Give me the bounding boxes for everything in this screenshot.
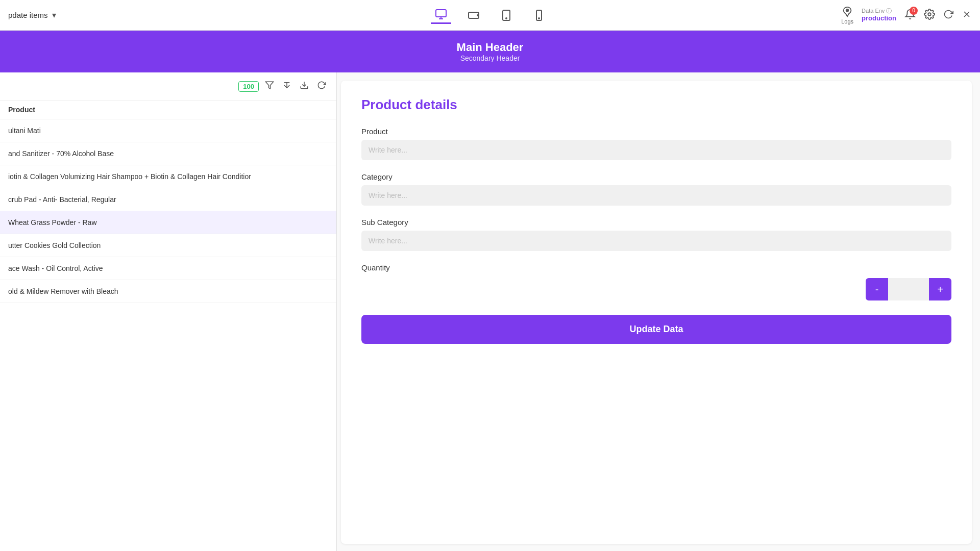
data-env-label: Data Env ⓘ bbox=[862, 7, 896, 14]
data-env-value: production bbox=[862, 14, 896, 23]
quantity-label: Quantity bbox=[361, 263, 951, 272]
svg-point-6 bbox=[506, 18, 507, 19]
svg-point-8 bbox=[538, 18, 540, 19]
quantity-controls: - + bbox=[361, 278, 951, 300]
main-header-subtitle: Secondary Header bbox=[10, 54, 970, 62]
notification-badge: 0 bbox=[910, 7, 918, 15]
filter-button[interactable] bbox=[263, 79, 276, 94]
list-item[interactable]: crub Pad - Anti- Bacterial, Regular bbox=[0, 188, 336, 211]
svg-marker-13 bbox=[266, 82, 274, 89]
list-item[interactable]: old & Mildew Remover with Bleach bbox=[0, 280, 336, 303]
product-details-title: Product details bbox=[361, 97, 951, 113]
main-header-title: Main Header bbox=[10, 41, 970, 54]
update-data-button[interactable]: Update Data bbox=[361, 315, 951, 344]
svg-point-10 bbox=[928, 13, 931, 16]
svg-point-9 bbox=[846, 9, 849, 11]
list-item[interactable]: utter Cookies Gold Collection bbox=[0, 234, 336, 257]
toolbar-title: pdate items bbox=[8, 11, 48, 19]
mobile-device-button[interactable] bbox=[529, 7, 549, 23]
quantity-minus-button[interactable]: - bbox=[866, 278, 888, 300]
notifications-button[interactable]: 0 bbox=[904, 9, 916, 22]
product-field: Product bbox=[361, 127, 951, 160]
main-header-banner: Main Header Secondary Header bbox=[0, 31, 980, 72]
category-field: Category bbox=[361, 172, 951, 206]
category-input[interactable] bbox=[361, 185, 951, 206]
product-list: ultani Mati and Sanitizer - 70% Alcohol … bbox=[0, 119, 336, 551]
product-input[interactable] bbox=[361, 140, 951, 160]
list-column-header: Product bbox=[0, 101, 336, 119]
toolbar-right: Logs Data Env ⓘ production 0 bbox=[841, 6, 972, 24]
tablet-landscape-device-button[interactable] bbox=[463, 7, 484, 23]
right-panel: Product details Product Category Sub Cat… bbox=[341, 81, 972, 544]
device-switcher bbox=[431, 6, 549, 24]
sub-category-field: Sub Category bbox=[361, 218, 951, 251]
logs-label: Logs bbox=[841, 18, 853, 24]
list-item[interactable]: and Sanitizer - 70% Alcohol Base bbox=[0, 142, 336, 165]
list-item[interactable]: iotin & Collagen Volumizing Hair Shampoo… bbox=[0, 165, 336, 188]
sort-button[interactable] bbox=[280, 79, 293, 94]
refresh-button[interactable] bbox=[943, 9, 953, 21]
download-button[interactable] bbox=[298, 79, 311, 94]
close-button[interactable] bbox=[962, 9, 972, 21]
tablet-portrait-device-button[interactable] bbox=[496, 7, 517, 23]
toolbar: pdate items ▾ bbox=[0, 0, 980, 31]
desktop-device-button[interactable] bbox=[431, 6, 451, 24]
quantity-plus-button[interactable]: + bbox=[929, 278, 951, 300]
count-badge: 100 bbox=[238, 81, 259, 92]
sub-category-label: Sub Category bbox=[361, 218, 951, 227]
data-env-section: Data Env ⓘ production bbox=[862, 7, 896, 23]
list-item[interactable]: ace Wash - Oil Control, Active bbox=[0, 257, 336, 280]
content-area: 100 Prod bbox=[0, 72, 980, 551]
list-item[interactable]: ultani Mati bbox=[0, 119, 336, 142]
sub-category-input[interactable] bbox=[361, 231, 951, 251]
svg-point-4 bbox=[477, 15, 478, 16]
left-panel: 100 Prod bbox=[0, 72, 337, 551]
toolbar-left: pdate items ▾ bbox=[8, 10, 161, 20]
refresh-list-button[interactable] bbox=[315, 79, 328, 94]
dropdown-icon[interactable]: ▾ bbox=[52, 10, 56, 20]
logs-button[interactable]: Logs bbox=[841, 6, 853, 24]
svg-rect-0 bbox=[436, 10, 446, 17]
quantity-section: Quantity - + bbox=[361, 263, 951, 300]
list-toolbar: 100 bbox=[0, 72, 336, 101]
quantity-input[interactable] bbox=[888, 278, 929, 300]
category-label: Category bbox=[361, 172, 951, 181]
list-item-selected[interactable]: Wheat Grass Powder - Raw bbox=[0, 211, 336, 234]
settings-button[interactable] bbox=[924, 9, 935, 22]
product-label: Product bbox=[361, 127, 951, 136]
